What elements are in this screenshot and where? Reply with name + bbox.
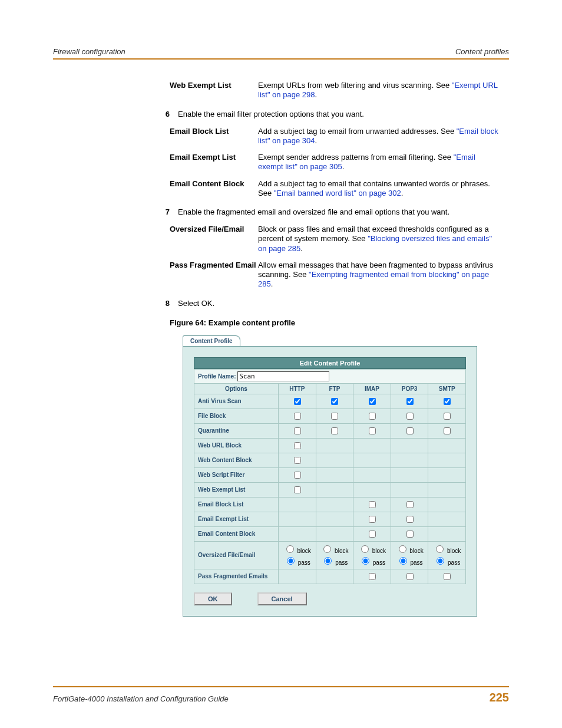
col-http: HTTP <box>279 383 316 394</box>
tab-content-profile[interactable]: Content Profile <box>183 335 240 346</box>
eblock-imap-checkbox[interactable] <box>369 501 376 508</box>
overs-http-pass-radio[interactable] <box>287 557 295 565</box>
overs-ftp-cell: block pass <box>316 541 353 569</box>
econt-imap-checkbox[interactable] <box>369 531 376 538</box>
fblock-pop3-checkbox[interactable] <box>406 413 414 420</box>
eexempt-pop3-checkbox[interactable] <box>406 516 414 523</box>
profile-name-input[interactable] <box>237 371 329 381</box>
empty-cell <box>428 438 466 453</box>
row-quarantine: Quarantine <box>194 423 279 438</box>
col-pop3: POP3 <box>391 383 428 394</box>
empty-cell <box>391 482 428 497</box>
step-8: 8 Select OK. <box>153 299 509 308</box>
avscan-pop3-checkbox[interactable] <box>406 398 414 405</box>
empty-cell <box>353 467 391 482</box>
col-smtp: SMTP <box>428 383 466 394</box>
overs-ftp-block-radio[interactable] <box>323 545 331 553</box>
eexempt-imap-checkbox[interactable] <box>369 516 376 523</box>
avscan-http-checkbox[interactable] <box>294 398 301 405</box>
row-oversized-file-email: Oversized File/Email <box>194 541 279 569</box>
quar-imap-checkbox[interactable] <box>369 427 376 434</box>
panel: Edit Content Profile Profile Name: Optio… <box>183 346 477 617</box>
empty-cell <box>279 512 316 526</box>
header-left: Firewall configuration <box>53 47 125 56</box>
def-label: Web Exempt List <box>170 77 258 104</box>
wcont-http-checkbox[interactable] <box>294 457 301 464</box>
row-pass-fragmented-emails: Pass Fragmented Emails <box>194 569 279 584</box>
empty-cell <box>316 467 353 482</box>
step-number: 6 <box>153 110 178 118</box>
avscan-ftp-checkbox[interactable] <box>331 398 338 405</box>
econt-pop3-checkbox[interactable] <box>406 531 414 538</box>
def-label: Oversized File/Email <box>170 221 258 257</box>
empty-cell <box>316 497 353 512</box>
def-text: Exempt URLs from web filtering and virus… <box>258 77 500 104</box>
overs-smtp-pass-radio[interactable] <box>437 557 444 565</box>
overs-http-block-radio[interactable] <box>286 545 294 553</box>
definition-block: Email Block List Add a subject tag to em… <box>170 123 500 202</box>
quar-http-checkbox[interactable] <box>294 427 301 434</box>
empty-cell <box>316 569 353 584</box>
overs-ftp-pass-radio[interactable] <box>324 557 332 565</box>
def-label: Email Exempt List <box>170 149 258 176</box>
profile-name-cell: Profile Name: <box>194 369 466 383</box>
row-email-block-list: Email Block List <box>194 497 279 512</box>
col-imap: IMAP <box>353 383 391 394</box>
overs-smtp-block-radio[interactable] <box>436 545 444 553</box>
quar-pop3-checkbox[interactable] <box>406 427 414 434</box>
quar-smtp-checkbox[interactable] <box>444 427 451 434</box>
fblock-smtp-checkbox[interactable] <box>444 413 451 420</box>
panel-title: Edit Content Profile <box>194 357 466 369</box>
fblock-ftp-checkbox[interactable] <box>331 413 338 420</box>
empty-cell <box>279 497 316 512</box>
def-label: Email Block List <box>170 123 258 150</box>
empty-cell <box>353 453 391 467</box>
row-anti-virus-scan: Anti Virus Scan <box>194 394 279 409</box>
link-email-banned-word-list[interactable]: "Email banned word list" on page 302 <box>274 189 401 197</box>
def-label: Pass Fragmented Email <box>170 257 258 293</box>
empty-cell <box>428 467 466 482</box>
row-file-block: File Block <box>194 409 279 423</box>
main-content: Web Exempt List Exempt URLs from web fil… <box>153 77 509 617</box>
overs-pop3-block-radio[interactable] <box>399 545 406 553</box>
overs-imap-pass-radio[interactable] <box>362 557 369 565</box>
avscan-smtp-checkbox[interactable] <box>444 398 451 405</box>
row-web-content-block: Web Content Block <box>194 453 279 467</box>
step-text: Enable the email filter protection optio… <box>178 110 509 118</box>
def-text: Block or pass files and email that excee… <box>258 221 500 257</box>
profile-table: Profile Name: Options HTTP FTP IMAP POP3… <box>194 369 466 584</box>
avscan-imap-checkbox[interactable] <box>369 398 376 405</box>
empty-cell <box>316 453 353 467</box>
footer-title: FortiGate-4000 Installation and Configur… <box>53 694 229 703</box>
empty-cell <box>279 569 316 584</box>
pfrag-smtp-checkbox[interactable] <box>444 573 451 580</box>
pfrag-pop3-checkbox[interactable] <box>406 573 414 580</box>
eblock-pop3-checkbox[interactable] <box>406 501 414 508</box>
ok-button[interactable]: OK <box>194 592 232 605</box>
wurl-http-checkbox[interactable] <box>294 442 301 449</box>
row-web-exempt-list: Web Exempt List <box>194 482 279 497</box>
pfrag-imap-checkbox[interactable] <box>369 573 376 580</box>
definition-block: Oversized File/Email Block or pass files… <box>170 221 500 293</box>
step-7: 7 Enable the fragmented email and oversi… <box>153 207 509 216</box>
step-text: Select OK. <box>178 299 509 308</box>
quar-ftp-checkbox[interactable] <box>331 427 338 434</box>
def-text: Add a subject tag to email that contains… <box>258 176 500 202</box>
fblock-imap-checkbox[interactable] <box>369 413 376 420</box>
row-web-script-filter: Web Script Filter <box>194 467 279 482</box>
overs-pop3-pass-radio[interactable] <box>399 557 407 565</box>
page-footer: FortiGate-4000 Installation and Configur… <box>53 686 509 704</box>
wscript-http-checkbox[interactable] <box>294 472 301 479</box>
button-row: OK Cancel <box>194 592 466 605</box>
step-number: 8 <box>153 299 178 308</box>
empty-cell <box>428 512 466 526</box>
empty-cell <box>316 482 353 497</box>
empty-cell <box>391 467 428 482</box>
wexempt-http-checkbox[interactable] <box>294 486 301 493</box>
empty-cell <box>316 512 353 526</box>
fblock-http-checkbox[interactable] <box>294 413 301 420</box>
cancel-button[interactable]: Cancel <box>257 592 307 605</box>
overs-imap-block-radio[interactable] <box>361 545 369 553</box>
row-email-exempt-list: Email Exempt List <box>194 512 279 526</box>
overs-http-cell: block pass <box>279 541 316 569</box>
